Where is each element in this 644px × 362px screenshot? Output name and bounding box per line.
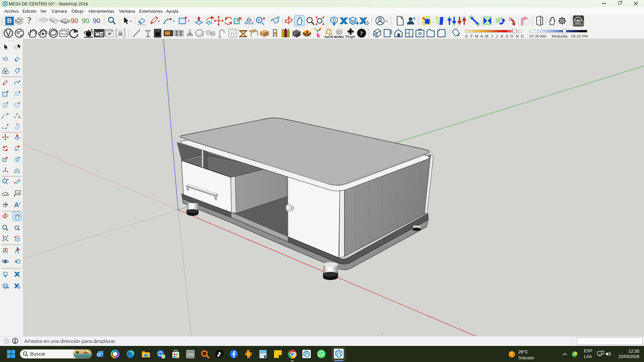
svg-text:AUTO: AUTO — [324, 35, 333, 39]
svg-text:A1: A1 — [16, 191, 20, 195]
svg-text:Plugin: Plugin — [345, 35, 355, 39]
svg-text:Live: Live — [187, 353, 194, 356]
svg-text:MANU: MANU — [334, 35, 344, 39]
svg-text:C: C — [3, 203, 5, 205]
svg-text:?: ? — [360, 30, 363, 37]
svg-text:A: A — [14, 201, 19, 208]
svg-text:A: A — [3, 205, 4, 207]
